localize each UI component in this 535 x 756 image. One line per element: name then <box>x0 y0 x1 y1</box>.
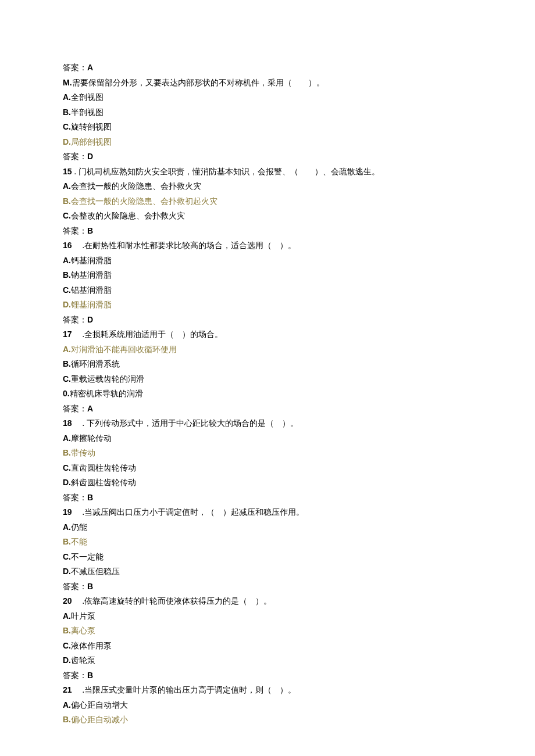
option-key: B. <box>63 715 71 724</box>
answer-label: 答案： <box>63 582 87 591</box>
option-d: D.不减压但稳压 <box>63 564 472 579</box>
option-d-correct: D.局部剖视图 <box>63 135 472 150</box>
option-key: A. <box>63 700 71 710</box>
option-o: 0.精密机床导轨的润滑 <box>63 386 472 402</box>
option-a: A.钙基润滑脂 <box>63 253 472 268</box>
answer-value: B <box>87 582 93 591</box>
answer-line: 答案：A <box>63 60 472 76</box>
option-key: A. <box>63 433 71 443</box>
question-stem: 21 .当限压式变量叶片泵的输出压力高于调定值时，则（ ）。 <box>63 683 472 698</box>
option-text: 循环润滑系统 <box>71 360 120 368</box>
option-b: B.循环润滑系统 <box>63 357 472 372</box>
option-b: B.半剖视图 <box>63 105 472 120</box>
answer-value: B <box>87 493 93 502</box>
option-text: 旋转剖视图 <box>71 123 112 131</box>
answer-value: B <box>87 226 93 235</box>
option-a: A.偏心距自动增大 <box>63 698 472 713</box>
option-text: 液体作用泵 <box>71 642 112 650</box>
option-d: D.斜齿圆柱齿轮传动 <box>63 475 472 490</box>
option-text: 齿轮泵 <box>71 656 95 665</box>
answer-line: 答案：D <box>63 313 472 328</box>
answer-line: 答案：D <box>63 149 472 164</box>
question-number: 20 <box>63 596 72 605</box>
option-key: C. <box>63 285 71 295</box>
option-c: C.不一定能 <box>63 550 472 565</box>
option-text: 钠基润滑脂 <box>71 271 112 280</box>
stem-text: .全损耗系统用油适用于（ ）的场合。 <box>74 330 223 339</box>
option-text: 重载运载齿轮的润滑 <box>71 375 144 384</box>
option-d: D.齿轮泵 <box>63 653 472 668</box>
option-b-correct: B.不能 <box>63 535 472 550</box>
question-number: 21 <box>63 685 72 694</box>
option-key: C. <box>63 122 71 131</box>
option-a: A.会查找一般的火险隐患、会扑救火灾 <box>63 179 472 194</box>
option-a-correct: A.对润滑油不能再回收循环使用 <box>63 342 472 357</box>
stem-text: 需要保留部分外形，又要表达内部形状的不对称机件，采用（ ）。 <box>72 78 324 87</box>
stem-text: .当限压式变量叶片泵的输出压力高于调定值时，则（ ）。 <box>74 686 297 694</box>
option-text: 带传动 <box>71 449 95 457</box>
question-number: M. <box>63 78 72 87</box>
option-b-correct: B.离心泵 <box>63 624 472 639</box>
option-key: 0. <box>63 389 70 398</box>
option-key: C. <box>63 552 71 561</box>
option-text: 仍能 <box>71 523 87 532</box>
answer-value: A <box>87 404 93 413</box>
option-b-correct: B.会查找一般的火险隐患、会扑救初起火灾 <box>63 194 472 209</box>
option-a: A.仍能 <box>63 520 472 535</box>
option-text: 全剖视图 <box>71 93 104 102</box>
option-c: C.直齿圆柱齿轮传动 <box>63 461 472 476</box>
stem-text: . 门机司机应熟知防火安全职责，懂消防基本知识，会报警、（ ）、会疏散逃生。 <box>74 167 380 176</box>
answer-label: 答案： <box>63 404 87 413</box>
option-text: 会查找一般的火险隐患、会扑救初起火灾 <box>71 197 217 206</box>
answer-line: 答案：A <box>63 402 472 417</box>
question-number: 19 <box>63 507 72 517</box>
question-number: 17 <box>63 329 72 339</box>
answer-label: 答案： <box>63 316 87 324</box>
option-text: 斜齿圆柱齿轮传动 <box>71 478 136 487</box>
answer-label: 答案： <box>63 152 87 161</box>
option-text: 不能 <box>71 538 87 546</box>
question-number: 15 <box>63 167 72 176</box>
answer-value: D <box>87 152 93 161</box>
option-a: A.叶片泵 <box>63 609 472 624</box>
option-text: 钙基润滑脂 <box>71 256 112 265</box>
option-key: D. <box>63 655 71 665</box>
stem-text: .在耐热性和耐水性都要求比较高的场合，适合选用（ ）。 <box>74 241 297 250</box>
option-a: A.摩擦轮传动 <box>63 431 472 446</box>
question-stem: 19 .当减压阀出口压力小于调定值时，（ ）起减压和稳压作用。 <box>63 505 472 520</box>
option-text: 离心泵 <box>71 626 95 635</box>
answer-label: 答案： <box>63 227 87 235</box>
option-text: 铝基润滑脂 <box>71 286 112 295</box>
option-key: C. <box>63 641 71 650</box>
option-d-correct: D.锂基润滑脂 <box>63 298 472 313</box>
question-stem: 17 .全损耗系统用油适用于（ ）的场合。 <box>63 327 472 342</box>
option-text: 锂基润滑脂 <box>71 300 112 309</box>
option-key: A. <box>63 522 71 532</box>
option-key: A. <box>63 256 71 265</box>
option-key: B. <box>63 448 71 457</box>
option-b-correct: B.带传动 <box>63 446 472 461</box>
option-key: C. <box>63 463 71 472</box>
stem-text: . 下列传动形式中，适用于中心距比较大的场合的是（ ）。 <box>74 419 298 428</box>
option-key: D. <box>63 137 71 146</box>
question-number: 16 <box>63 241 72 250</box>
option-key: D. <box>63 478 71 487</box>
option-key: B. <box>63 537 71 546</box>
answer-label: 答案： <box>63 63 87 72</box>
option-key: C. <box>63 374 71 384</box>
answer-line: 答案：B <box>63 490 472 506</box>
question-stem: 16 .在耐热性和耐水性都要求比较高的场合，适合选用（ ）。 <box>63 238 472 253</box>
option-key: B. <box>63 270 71 280</box>
option-key: A. <box>63 345 71 354</box>
option-b-correct: B.偏心距自动减小 <box>63 712 472 728</box>
option-text: 偏心距自动减小 <box>71 715 128 724</box>
option-key: C. <box>63 211 71 220</box>
answer-value: A <box>87 63 93 72</box>
option-key: B. <box>63 108 71 117</box>
option-text: 摩擦轮传动 <box>71 434 112 443</box>
option-text: 直齿圆柱齿轮传动 <box>71 464 136 472</box>
option-c: C.重载运载齿轮的润滑 <box>63 372 472 387</box>
option-text: 不减压但稳压 <box>71 567 120 576</box>
question-number: 18 <box>63 418 72 428</box>
option-b: B.钠基润滑脂 <box>63 268 472 283</box>
